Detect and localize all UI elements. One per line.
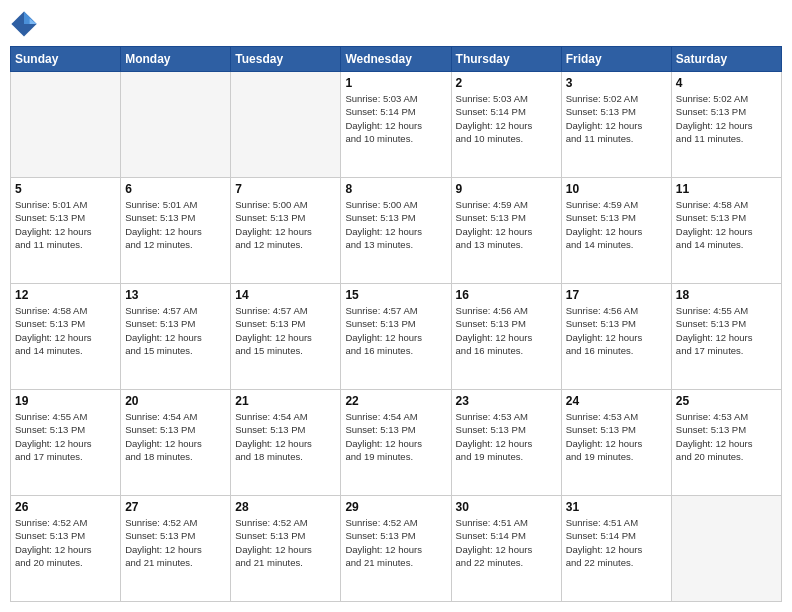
day-cell: 18Sunrise: 4:55 AM Sunset: 5:13 PM Dayli… [671, 284, 781, 390]
day-number: 31 [566, 500, 667, 514]
day-cell: 26Sunrise: 4:52 AM Sunset: 5:13 PM Dayli… [11, 496, 121, 602]
day-cell: 22Sunrise: 4:54 AM Sunset: 5:13 PM Dayli… [341, 390, 451, 496]
week-row-2: 5Sunrise: 5:01 AM Sunset: 5:13 PM Daylig… [11, 178, 782, 284]
day-number: 21 [235, 394, 336, 408]
logo [10, 10, 42, 38]
day-info: Sunrise: 5:02 AM Sunset: 5:13 PM Dayligh… [676, 92, 777, 145]
day-cell: 27Sunrise: 4:52 AM Sunset: 5:13 PM Dayli… [121, 496, 231, 602]
day-number: 18 [676, 288, 777, 302]
day-cell: 30Sunrise: 4:51 AM Sunset: 5:14 PM Dayli… [451, 496, 561, 602]
day-number: 1 [345, 76, 446, 90]
day-cell: 8Sunrise: 5:00 AM Sunset: 5:13 PM Daylig… [341, 178, 451, 284]
day-cell: 29Sunrise: 4:52 AM Sunset: 5:13 PM Dayli… [341, 496, 451, 602]
day-number: 30 [456, 500, 557, 514]
day-cell: 13Sunrise: 4:57 AM Sunset: 5:13 PM Dayli… [121, 284, 231, 390]
day-info: Sunrise: 4:54 AM Sunset: 5:13 PM Dayligh… [235, 410, 336, 463]
day-number: 22 [345, 394, 446, 408]
calendar-table: SundayMondayTuesdayWednesdayThursdayFrid… [10, 46, 782, 602]
day-cell: 2Sunrise: 5:03 AM Sunset: 5:14 PM Daylig… [451, 72, 561, 178]
day-number: 14 [235, 288, 336, 302]
day-cell: 7Sunrise: 5:00 AM Sunset: 5:13 PM Daylig… [231, 178, 341, 284]
week-row-4: 19Sunrise: 4:55 AM Sunset: 5:13 PM Dayli… [11, 390, 782, 496]
day-number: 28 [235, 500, 336, 514]
day-cell: 17Sunrise: 4:56 AM Sunset: 5:13 PM Dayli… [561, 284, 671, 390]
day-info: Sunrise: 5:01 AM Sunset: 5:13 PM Dayligh… [15, 198, 116, 251]
day-number: 20 [125, 394, 226, 408]
day-info: Sunrise: 4:52 AM Sunset: 5:13 PM Dayligh… [15, 516, 116, 569]
day-header-sunday: Sunday [11, 47, 121, 72]
day-info: Sunrise: 5:01 AM Sunset: 5:13 PM Dayligh… [125, 198, 226, 251]
day-header-thursday: Thursday [451, 47, 561, 72]
header [10, 10, 782, 38]
day-info: Sunrise: 4:57 AM Sunset: 5:13 PM Dayligh… [125, 304, 226, 357]
day-info: Sunrise: 4:59 AM Sunset: 5:13 PM Dayligh… [566, 198, 667, 251]
day-info: Sunrise: 4:58 AM Sunset: 5:13 PM Dayligh… [676, 198, 777, 251]
day-number: 3 [566, 76, 667, 90]
day-number: 4 [676, 76, 777, 90]
week-row-3: 12Sunrise: 4:58 AM Sunset: 5:13 PM Dayli… [11, 284, 782, 390]
day-info: Sunrise: 4:58 AM Sunset: 5:13 PM Dayligh… [15, 304, 116, 357]
day-cell: 11Sunrise: 4:58 AM Sunset: 5:13 PM Dayli… [671, 178, 781, 284]
day-info: Sunrise: 4:57 AM Sunset: 5:13 PM Dayligh… [235, 304, 336, 357]
day-info: Sunrise: 4:55 AM Sunset: 5:13 PM Dayligh… [15, 410, 116, 463]
day-cell: 4Sunrise: 5:02 AM Sunset: 5:13 PM Daylig… [671, 72, 781, 178]
day-info: Sunrise: 4:54 AM Sunset: 5:13 PM Dayligh… [345, 410, 446, 463]
day-info: Sunrise: 4:55 AM Sunset: 5:13 PM Dayligh… [676, 304, 777, 357]
day-number: 26 [15, 500, 116, 514]
day-cell [231, 72, 341, 178]
week-row-1: 1Sunrise: 5:03 AM Sunset: 5:14 PM Daylig… [11, 72, 782, 178]
day-cell: 23Sunrise: 4:53 AM Sunset: 5:13 PM Dayli… [451, 390, 561, 496]
day-cell: 31Sunrise: 4:51 AM Sunset: 5:14 PM Dayli… [561, 496, 671, 602]
day-cell: 12Sunrise: 4:58 AM Sunset: 5:13 PM Dayli… [11, 284, 121, 390]
day-cell: 10Sunrise: 4:59 AM Sunset: 5:13 PM Dayli… [561, 178, 671, 284]
day-info: Sunrise: 4:51 AM Sunset: 5:14 PM Dayligh… [566, 516, 667, 569]
day-cell: 6Sunrise: 5:01 AM Sunset: 5:13 PM Daylig… [121, 178, 231, 284]
day-info: Sunrise: 4:53 AM Sunset: 5:13 PM Dayligh… [456, 410, 557, 463]
day-number: 17 [566, 288, 667, 302]
day-info: Sunrise: 4:57 AM Sunset: 5:13 PM Dayligh… [345, 304, 446, 357]
day-info: Sunrise: 5:03 AM Sunset: 5:14 PM Dayligh… [456, 92, 557, 145]
day-number: 7 [235, 182, 336, 196]
day-cell: 16Sunrise: 4:56 AM Sunset: 5:13 PM Dayli… [451, 284, 561, 390]
day-info: Sunrise: 4:59 AM Sunset: 5:13 PM Dayligh… [456, 198, 557, 251]
day-cell: 3Sunrise: 5:02 AM Sunset: 5:13 PM Daylig… [561, 72, 671, 178]
day-number: 15 [345, 288, 446, 302]
day-number: 23 [456, 394, 557, 408]
day-info: Sunrise: 4:52 AM Sunset: 5:13 PM Dayligh… [235, 516, 336, 569]
day-info: Sunrise: 4:56 AM Sunset: 5:13 PM Dayligh… [456, 304, 557, 357]
day-info: Sunrise: 4:53 AM Sunset: 5:13 PM Dayligh… [566, 410, 667, 463]
week-row-5: 26Sunrise: 4:52 AM Sunset: 5:13 PM Dayli… [11, 496, 782, 602]
day-number: 29 [345, 500, 446, 514]
day-cell [671, 496, 781, 602]
header-row: SundayMondayTuesdayWednesdayThursdayFrid… [11, 47, 782, 72]
day-info: Sunrise: 5:03 AM Sunset: 5:14 PM Dayligh… [345, 92, 446, 145]
day-cell: 19Sunrise: 4:55 AM Sunset: 5:13 PM Dayli… [11, 390, 121, 496]
day-cell: 21Sunrise: 4:54 AM Sunset: 5:13 PM Dayli… [231, 390, 341, 496]
day-number: 9 [456, 182, 557, 196]
day-number: 12 [15, 288, 116, 302]
day-header-monday: Monday [121, 47, 231, 72]
day-header-friday: Friday [561, 47, 671, 72]
day-cell: 15Sunrise: 4:57 AM Sunset: 5:13 PM Dayli… [341, 284, 451, 390]
day-header-saturday: Saturday [671, 47, 781, 72]
day-number: 24 [566, 394, 667, 408]
day-header-tuesday: Tuesday [231, 47, 341, 72]
day-number: 6 [125, 182, 226, 196]
day-number: 27 [125, 500, 226, 514]
day-number: 2 [456, 76, 557, 90]
day-info: Sunrise: 5:02 AM Sunset: 5:13 PM Dayligh… [566, 92, 667, 145]
day-info: Sunrise: 4:52 AM Sunset: 5:13 PM Dayligh… [345, 516, 446, 569]
day-info: Sunrise: 5:00 AM Sunset: 5:13 PM Dayligh… [235, 198, 336, 251]
day-cell: 5Sunrise: 5:01 AM Sunset: 5:13 PM Daylig… [11, 178, 121, 284]
day-cell: 20Sunrise: 4:54 AM Sunset: 5:13 PM Dayli… [121, 390, 231, 496]
day-cell: 9Sunrise: 4:59 AM Sunset: 5:13 PM Daylig… [451, 178, 561, 284]
day-cell: 25Sunrise: 4:53 AM Sunset: 5:13 PM Dayli… [671, 390, 781, 496]
logo-icon [10, 10, 38, 38]
day-info: Sunrise: 4:56 AM Sunset: 5:13 PM Dayligh… [566, 304, 667, 357]
day-number: 11 [676, 182, 777, 196]
day-header-wednesday: Wednesday [341, 47, 451, 72]
day-number: 19 [15, 394, 116, 408]
day-number: 25 [676, 394, 777, 408]
day-info: Sunrise: 4:53 AM Sunset: 5:13 PM Dayligh… [676, 410, 777, 463]
page: SundayMondayTuesdayWednesdayThursdayFrid… [0, 0, 792, 612]
